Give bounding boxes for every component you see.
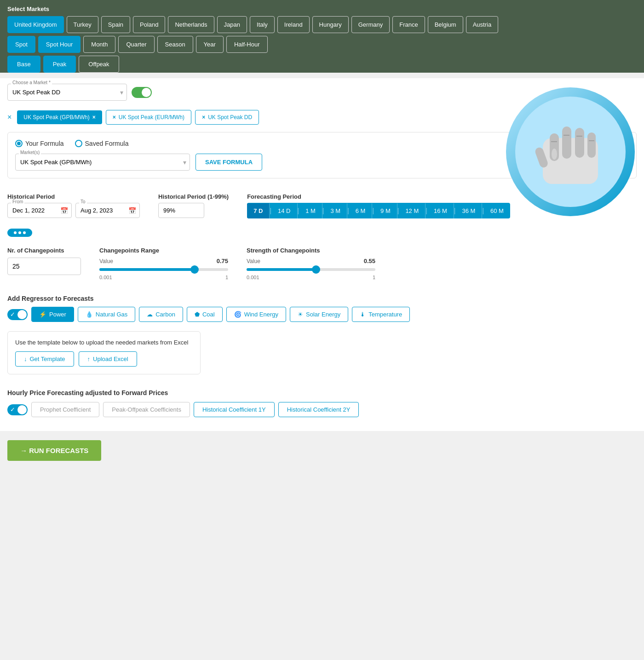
- tag-remove-x[interactable]: ×: [113, 114, 116, 121]
- subtype-row: BasePeakOffpeak: [7, 56, 637, 73]
- subtype-btn-peak[interactable]: Peak: [43, 56, 76, 73]
- forecast-tab-1-m[interactable]: 1 M: [299, 203, 322, 218]
- forward-btn-hist-coeff-1y[interactable]: Historical Coefficient 1Y: [194, 402, 275, 417]
- forward-toggle[interactable]: ✓: [7, 404, 28, 415]
- historical-period-pct-input[interactable]: [158, 203, 204, 218]
- product-btn-quarter[interactable]: Quarter: [118, 36, 154, 53]
- market-btn-united-kingdom[interactable]: United Kingdom: [7, 16, 64, 33]
- forward-toggle-check-icon: ✓: [10, 406, 15, 413]
- excel-section: Use the template below to upload the nee…: [7, 331, 201, 374]
- date-inputs-row: From 📅 To 📅: [7, 203, 140, 218]
- tag-x[interactable]: ×: [92, 114, 96, 121]
- regressors-toggle[interactable]: ✓: [7, 309, 28, 320]
- regressor-btn-coal[interactable]: ⬟ Coal: [187, 307, 223, 322]
- market-btn-japan[interactable]: Japan: [217, 16, 247, 33]
- product-btn-half-hour[interactable]: Half-Hour: [226, 36, 268, 53]
- range-max: 1: [225, 275, 228, 280]
- historical-period-pct-label: Historical Period (1-99%): [158, 193, 229, 200]
- range-slider-track[interactable]: [99, 268, 228, 271]
- forecast-tab-14-d[interactable]: 14 D: [271, 203, 297, 218]
- your-formula-radio[interactable]: Your Formula: [15, 140, 64, 147]
- toggle-check-icon: ✓: [10, 311, 15, 318]
- market-toggle[interactable]: [132, 87, 152, 98]
- save-formula-button[interactable]: SAVE FORMULA: [196, 154, 262, 171]
- forecast-tab-9-m[interactable]: 9 M: [374, 203, 397, 218]
- market-select-wrapper: Choose a Market * UK Spot Peak DD ▾: [7, 84, 127, 101]
- market-btn-france[interactable]: France: [392, 16, 425, 33]
- dots-row: [0, 224, 644, 241]
- regressor-btn-temperature[interactable]: 🌡 Temperature: [352, 307, 410, 322]
- market-btn-germany[interactable]: Germany: [351, 16, 390, 33]
- page-wrapper: Select Markets United KingdomTurkeySpain…: [0, 0, 644, 660]
- changepoints-range-slider: Value 0.75 0.001 1: [99, 258, 228, 280]
- strength-changepoints-group: Strength of Changepoints Value 0.55 0.00…: [247, 247, 375, 280]
- forecasting-period-group: Forecasting Period 7 D|14 D|1 M|3 M|6 M|…: [247, 193, 510, 218]
- market-btn-netherlands[interactable]: Netherlands: [168, 16, 214, 33]
- nr-changepoints-input[interactable]: [7, 258, 81, 275]
- calendar-to-icon: 📅: [128, 207, 136, 214]
- regressor-icon-carbon: ☁: [147, 311, 153, 318]
- market-btn-poland[interactable]: Poland: [133, 16, 165, 33]
- run-forecasts-button[interactable]: → RUN FORECASTS: [7, 440, 101, 461]
- product-btn-season[interactable]: Season: [157, 36, 193, 53]
- tag-remove-x[interactable]: ×: [202, 114, 205, 121]
- market-btn-italy[interactable]: Italy: [250, 16, 275, 33]
- regressor-btn-natural-gas[interactable]: 💧 Natural Gas: [78, 307, 135, 322]
- tag-label: UK Spot Peak (EUR/MWh): [119, 114, 184, 121]
- product-type-row: SpotSpot HourMonthQuarterSeasonYearHalf-…: [7, 36, 637, 53]
- forecast-tab-16-m[interactable]: 16 M: [427, 203, 454, 218]
- upload-icon: ↑: [87, 356, 91, 362]
- radio-circle-unselected: [75, 140, 82, 147]
- market-select[interactable]: UK Spot Peak DD: [7, 84, 127, 101]
- header-section: Select Markets United KingdomTurkeySpain…: [0, 0, 644, 73]
- regressor-icon-solar-energy: ☀: [298, 311, 303, 318]
- product-btn-year[interactable]: Year: [196, 36, 224, 53]
- forecast-tab-12-m[interactable]: 12 M: [399, 203, 426, 218]
- dot-3: [23, 231, 26, 234]
- get-template-label: Get Template: [30, 356, 65, 362]
- subtype-btn-base[interactable]: Base: [7, 56, 40, 73]
- forecast-tab-60-m[interactable]: 60 M: [484, 203, 510, 218]
- forecast-tab-6-m[interactable]: 6 M: [349, 203, 373, 218]
- upload-excel-button[interactable]: ↑ Upload Excel: [79, 351, 137, 367]
- regressor-btn-power[interactable]: ⚡ Power: [31, 307, 74, 322]
- historical-period-label: Historical Period: [7, 193, 140, 200]
- product-btn-month[interactable]: Month: [83, 36, 115, 53]
- subtype-btn-offpeak[interactable]: Offpeak: [79, 56, 119, 73]
- forward-btn-peak-offpeak[interactable]: Peak-Offpeak Coefficients: [103, 402, 190, 417]
- regressor-btn-wind-energy[interactable]: 🌀 Wind Energy: [226, 307, 286, 322]
- regressor-btn-carbon[interactable]: ☁ Carbon: [139, 307, 183, 322]
- product-btn-spot[interactable]: Spot: [7, 36, 35, 53]
- nr-changepoints-group: Nr. of Changepoints: [7, 247, 81, 275]
- saved-formula-radio[interactable]: Saved Formula: [75, 140, 129, 147]
- market-btn-ireland[interactable]: Ireland: [277, 16, 310, 33]
- forecast-tab-36-m[interactable]: 36 M: [455, 203, 482, 218]
- regressor-btn-solar-energy[interactable]: ☀ Solar Energy: [290, 307, 348, 322]
- forward-btn-hist-coeff-2y[interactable]: Historical Coefficient 2Y: [278, 402, 359, 417]
- forecast-tab-7-d[interactable]: 7 D: [247, 203, 270, 218]
- strength-value-row: Value 0.55: [247, 258, 375, 264]
- svg-point-11: [552, 149, 557, 160]
- strength-max: 1: [373, 275, 375, 280]
- strength-changepoints-label: Strength of Changepoints: [247, 247, 375, 254]
- tag-remove-icon[interactable]: ×: [7, 113, 12, 121]
- selected-tag: ×UK Spot Peak (EUR/MWh): [106, 110, 191, 125]
- strength-slider-thumb: [312, 265, 320, 274]
- forecast-tab-3-m[interactable]: 3 M: [324, 203, 347, 218]
- dots-button[interactable]: [7, 229, 32, 237]
- product-btn-spot-hour[interactable]: Spot Hour: [38, 36, 81, 53]
- forward-btn-prophet-coeff[interactable]: Prophet Coefficient: [31, 402, 99, 417]
- market-btn-austria[interactable]: Austria: [466, 16, 498, 33]
- strength-value: 0.55: [364, 258, 375, 264]
- range-min: 0.001: [99, 275, 112, 280]
- regressors-row: ✓ ⚡ Power💧 Natural Gas☁ Carbon⬟ Coal🌀 Wi…: [7, 307, 637, 322]
- strength-slider-track[interactable]: [247, 268, 375, 271]
- get-template-button[interactable]: ↓ Get Template: [15, 351, 74, 367]
- market-btn-hungary[interactable]: Hungary: [312, 16, 349, 33]
- market-btn-turkey[interactable]: Turkey: [67, 16, 98, 33]
- range-slider-fill: [99, 268, 195, 271]
- selected-tag: ×UK Spot Peak DD: [195, 110, 259, 125]
- market-btn-belgium[interactable]: Belgium: [428, 16, 463, 33]
- market-btn-spain[interactable]: Spain: [101, 16, 130, 33]
- markets-select[interactable]: UK Spot Peak (GPB/MWh): [15, 154, 190, 171]
